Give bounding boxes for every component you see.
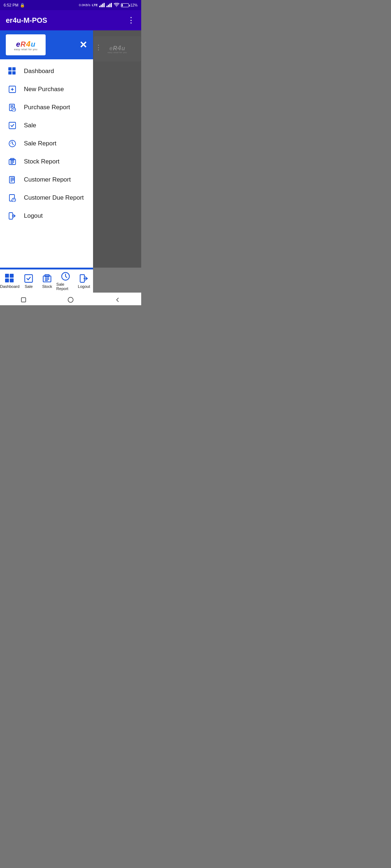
new-purchase-icon: [7, 85, 17, 93]
bottom-nav-logout[interactable]: Logout: [75, 274, 93, 289]
nav-label-stock-report: Stock Report: [24, 158, 59, 165]
svg-rect-39: [5, 278, 9, 282]
system-back-button[interactable]: [114, 296, 121, 303]
system-square-button[interactable]: [20, 296, 27, 303]
bottom-nav-stock[interactable]: Stock: [38, 274, 56, 289]
drawer-header: e R 4 u easy retail for you ✕: [0, 30, 93, 59]
lte-icon: LTE: [92, 3, 98, 7]
logo-u: u: [31, 40, 35, 48]
drawer-logo: e R 4 u easy retail for you: [6, 34, 46, 55]
bottom-nav-sale[interactable]: Sale: [20, 274, 38, 289]
nav-item-new-purchase[interactable]: New Purchase: [0, 80, 93, 98]
svg-rect-7: [111, 3, 112, 7]
bottom-nav-right-overlay: [93, 269, 141, 293]
app-title: er4u-M-POS: [6, 16, 47, 25]
bottom-nav-bar: Dashboard Sale Stock: [0, 269, 141, 293]
signal-icon-2: [106, 3, 112, 7]
navigation-drawer: e R 4 u easy retail for you ✕: [0, 30, 93, 268]
bottom-sale-report-icon: [61, 272, 70, 281]
customer-due-report-icon: [7, 194, 17, 202]
svg-rect-38: [10, 274, 14, 278]
dashboard-icon: [7, 67, 17, 75]
bottom-nav-left: Dashboard Sale Stock: [0, 269, 93, 293]
signal-icon: [99, 3, 105, 7]
nav-item-purchase-report[interactable]: Purchase Report: [0, 98, 93, 116]
svg-rect-0: [99, 6, 100, 7]
more-options-button[interactable]: ⋮: [127, 16, 135, 25]
nav-label-new-purchase: New Purchase: [24, 86, 64, 93]
logo-tagline: easy retail for you: [14, 48, 38, 51]
nav-item-dashboard[interactable]: Dashboard: [0, 62, 93, 80]
svg-rect-28: [9, 176, 14, 183]
nav-label-customer-report: Customer Report: [24, 176, 71, 183]
bottom-logout-icon: [79, 274, 89, 283]
main-area: e R 4 u easy retail for you ✕: [0, 30, 141, 268]
nav-item-customer-due-report[interactable]: Customer Due Report: [0, 189, 93, 207]
bottom-logout-label: Logout: [78, 284, 90, 289]
svg-rect-1: [101, 5, 102, 7]
svg-point-51: [68, 297, 73, 302]
svg-rect-4: [106, 6, 108, 7]
nav-item-sale[interactable]: Sale: [0, 116, 93, 135]
system-home-button[interactable]: [67, 296, 74, 303]
bottom-stock-icon: [42, 274, 52, 283]
nav-label-dashboard: Dashboard: [24, 68, 54, 75]
svg-rect-5: [108, 5, 109, 7]
wifi-icon: [114, 3, 119, 7]
bottom-stock-label: Stock: [42, 284, 52, 289]
logout-icon: [7, 212, 17, 220]
sale-report-icon: [7, 140, 17, 148]
customer-report-icon: [7, 176, 17, 184]
recording-icon: 🔒: [20, 3, 25, 8]
sale-icon: [7, 122, 17, 129]
nav-label-purchase-report: Purchase Report: [24, 104, 70, 111]
svg-rect-50: [21, 298, 26, 302]
bottom-sale-label: Sale: [25, 284, 33, 289]
nav-label-customer-due-report: Customer Due Report: [24, 194, 84, 201]
nav-item-logout[interactable]: Logout: [0, 207, 93, 225]
nav-item-sale-report[interactable]: Sale Report: [0, 135, 93, 153]
svg-rect-9: [12, 67, 16, 71]
nav-label-logout: Logout: [24, 212, 43, 220]
bottom-dashboard-label: Dashboard: [0, 284, 20, 289]
svg-rect-21: [9, 122, 16, 129]
status-indicators: 0.0KB/s LTE 12%: [79, 3, 138, 7]
bottom-sale-icon: [24, 274, 33, 283]
nav-label-sale: Sale: [24, 122, 36, 129]
svg-rect-37: [5, 274, 9, 278]
bottom-dashboard-icon: [5, 274, 14, 283]
svg-rect-10: [8, 71, 12, 75]
app-bar: er4u-M-POS ⋮: [0, 10, 141, 30]
purchase-report-icon: [7, 103, 17, 111]
battery-icon: [121, 3, 129, 7]
status-bar: 6:52 PM 🔒 0.0KB/s LTE 12%: [0, 0, 141, 10]
svg-rect-6: [109, 4, 110, 7]
drawer-close-button[interactable]: ✕: [79, 39, 87, 51]
nav-label-sale-report: Sale Report: [24, 140, 56, 147]
svg-rect-41: [25, 275, 33, 282]
svg-rect-40: [10, 278, 14, 282]
nav-item-stock-report[interactable]: Stock Report: [0, 153, 93, 171]
svg-point-15: [12, 89, 13, 90]
svg-rect-8: [8, 67, 12, 71]
nav-list: Dashboard New Purchase: [0, 59, 93, 268]
logo-4: 4: [26, 39, 30, 49]
overlay-area: ⋮ e R 4 u easy retail for you: [93, 30, 141, 268]
system-nav-bar: [0, 293, 141, 305]
logo-r: R: [21, 40, 26, 48]
svg-rect-11: [12, 71, 16, 75]
stock-report-icon: [7, 158, 17, 166]
svg-rect-2: [102, 4, 103, 7]
bottom-sale-report-label: Sale Report: [56, 282, 75, 291]
svg-rect-3: [104, 3, 105, 7]
overlay-logo: e R 4 u easy retail for you: [94, 36, 141, 61]
bottom-nav-sale-report[interactable]: Sale Report: [56, 272, 75, 291]
nav-item-customer-report[interactable]: Customer Report: [0, 171, 93, 189]
logo-e: e: [16, 40, 20, 48]
bottom-nav-dashboard[interactable]: Dashboard: [0, 274, 20, 289]
status-time: 6:52 PM 🔒: [4, 3, 25, 8]
